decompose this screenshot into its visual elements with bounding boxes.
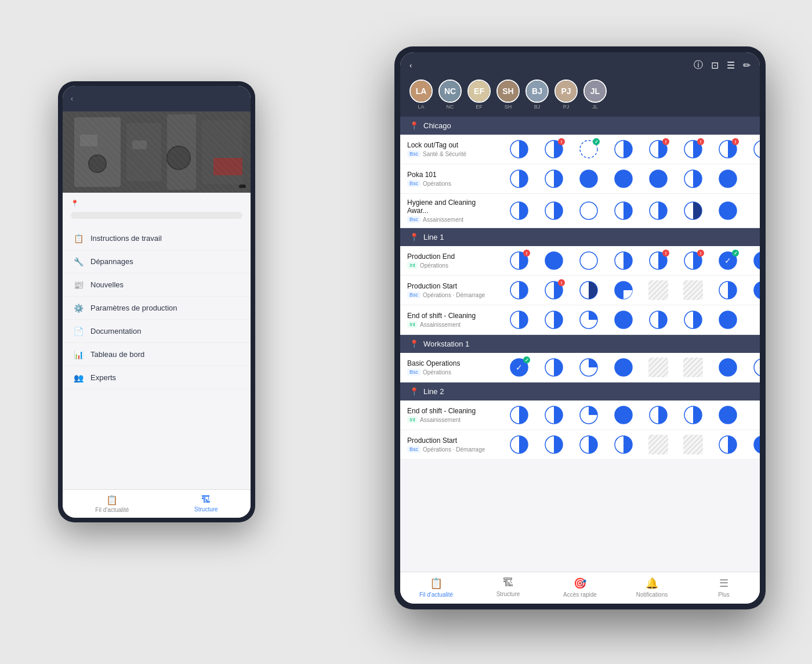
skill-cell [676,280,710,300]
skill-pie-chart [544,310,564,330]
footer-icon: 🎯 [574,577,586,590]
skill-pie-chart: ! [544,139,564,159]
skill-name: Production End [407,252,495,261]
skill-name: Production Start [407,436,495,445]
bg-menu-item[interactable]: 📄Documentation [63,320,251,343]
hatch-cell [683,280,703,300]
skill-cell [536,251,571,270]
footer-item-structure[interactable]: 🏗 Structure [491,577,525,598]
machine-image [63,111,251,193]
skill-cells: ! ✓ ! ! ! [502,139,760,159]
footer-label: Plus [718,591,729,598]
skill-pie-chart [648,405,668,425]
bg-menu-item[interactable]: 📰Nouvelles [63,273,251,297]
table-row[interactable]: Production End Int Opérations ! ! ! ✓✓ ✓… [400,246,760,276]
skill-cell [641,435,676,454]
skill-cell [710,169,745,189]
skill-cell [676,310,710,330]
footer-item-fil-d'actualité[interactable]: 📋 Fil d'actualité [419,577,454,598]
edit-icon[interactable]: ✏ [743,60,751,71]
export-icon[interactable]: ⊡ [711,60,719,71]
skill-pie-chart [544,435,564,454]
avatar-item[interactable]: NC NC [438,80,462,110]
location-icon: 📍 [409,340,419,348]
avatar-item[interactable]: SH SH [496,80,520,110]
avatar-item[interactable]: PJ PJ [554,80,578,110]
bg-menu-item[interactable]: 📋Instructions de travail [63,227,251,250]
skill-cell [710,405,745,425]
table-row[interactable]: Production Start Bsc Opérations · Démarr… [400,430,760,460]
avatar-circle: BJ [525,80,549,103]
bg-footer-structure[interactable]: 🏗 Structure [194,495,218,513]
avatar-circle: JL [583,80,607,103]
bg-menu-item[interactable]: 📊Tableau de bord [63,343,251,366]
menu-label: Instructions de travail [90,234,162,243]
bg-cas-title [63,193,251,199]
bg-footer-feed[interactable]: 📋 Fil d'actualité [95,495,129,513]
table-row[interactable]: Hygiene and Cleaning Awar... Bsc Assaini… [400,194,760,228]
svg-rect-0 [63,111,251,193]
skill-cells: ! [502,280,760,300]
avatar-item[interactable]: LA LA [409,80,433,110]
footer-item-accès-rapide[interactable]: 🎯 Accès rapide [563,577,597,598]
avatar-item[interactable]: JL JL [583,80,607,110]
main-scroll-content[interactable]: 📍 Chicago Lock out/Tag out Bsc Santé & S… [400,117,760,572]
skill-cell [606,405,641,425]
bg-menu-item[interactable]: 👥Experts [63,366,251,389]
skill-cell: ✓✓ [710,251,745,270]
table-row[interactable]: End of shift - Cleaning Int Assainisseme… [400,400,760,430]
info-icon[interactable]: ⓘ [694,59,703,71]
skill-name: End of shift - Cleaning [407,312,495,320]
avatar-item[interactable]: BJ BJ [525,80,549,110]
bg-header-back[interactable]: ‹ [71,95,75,103]
skill-pie-chart [614,169,633,189]
skill-cell [710,358,745,377]
svg-point-60 [615,359,632,376]
menu-icon: ⚙️ [73,304,84,312]
table-row[interactable]: Lock out/Tag out Bsc Santé & Sécurité ! … [400,135,760,164]
bg-menu-item[interactable]: ⚙️Paramètres de production [63,297,251,320]
table-row[interactable]: Production Start Bsc Opérations · Démarr… [400,276,760,305]
menu-label: Tableau de bord [90,350,144,359]
skill-cell: ! [641,251,676,270]
skill-pie-chart [579,251,599,270]
svg-text:✓: ✓ [759,440,760,449]
skill-cell [571,201,606,221]
location-icon: 📍 [409,387,419,396]
footer-item-notifications[interactable]: 🔔 Notifications [635,577,669,598]
skill-info: End of shift - Cleaning Int Assainisseme… [400,312,502,328]
skill-pie-chart: ✓✓ [718,251,738,270]
skill-pie-chart [579,358,599,377]
machine-label[interactable] [239,185,246,188]
skill-pie-chart [683,201,703,221]
main-back-button[interactable]: ‹ [409,61,414,70]
svg-rect-10 [213,158,242,175]
avatar-label: EF [476,104,483,110]
skill-cells [502,169,760,189]
skill-badge: Bsc [407,180,420,187]
hatch-cell [648,435,668,454]
avatar-item[interactable]: EF EF [467,80,491,110]
bg-info-btn[interactable] [71,212,242,219]
skill-info: Production Start Bsc Opérations · Démarr… [400,282,502,298]
skill-badge-row: Int Assainissement [407,321,495,328]
section-header: 📍 Line 1 [400,228,760,246]
svg-point-66 [615,406,632,424]
table-row[interactable]: Basic Operations Bsc Opérations ✓✓ [400,353,760,382]
skill-cell [641,169,676,189]
menu-label: Nouvelles [90,280,124,289]
table-row[interactable]: End of shift - Cleaning Int Assainisseme… [400,305,760,335]
skill-badge-row: Bsc Opérations [407,369,495,376]
skill-cell [710,310,745,330]
table-row[interactable]: Poka 101 Bsc Opérations [400,164,760,194]
bg-menu-item[interactable]: 🔧Dépannages [63,250,251,273]
footer-item-plus[interactable]: ☰ Plus [706,577,741,598]
section-header: 📍 Chicago [400,117,760,135]
filter-icon[interactable]: ☰ [727,60,735,71]
skill-cell [676,435,710,454]
skill-cell [571,251,606,270]
skill-cell: ✓✓ [502,358,536,377]
skill-cell [571,280,606,300]
footer-icon: ☰ [719,577,728,590]
avatar-label: BJ [534,104,541,110]
